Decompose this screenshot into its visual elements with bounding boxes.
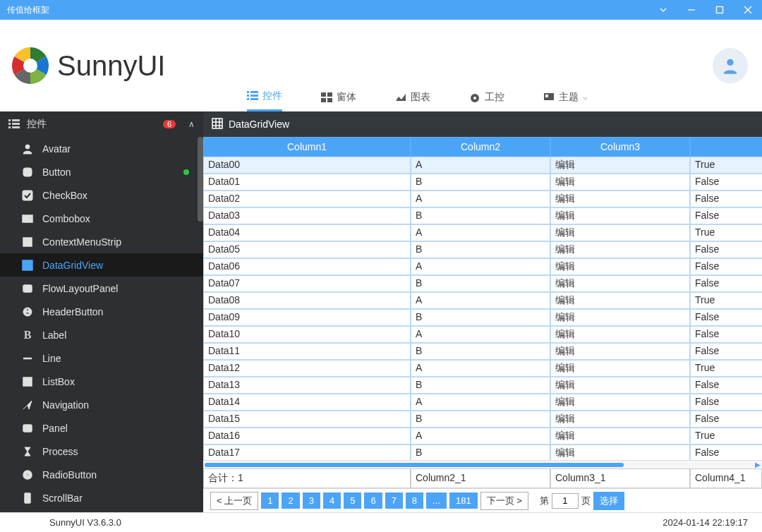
grid-cell[interactable]: True [690, 157, 762, 174]
grid-cell[interactable]: Data09 [203, 309, 411, 326]
grid-cell[interactable]: Data17 [203, 445, 411, 460]
grid-cell[interactable]: 编辑 [550, 207, 690, 224]
sidebar-item-scrollbar[interactable]: ScrollBar [0, 486, 203, 509]
grid-cell[interactable]: False [690, 326, 762, 343]
grid-cell[interactable]: 编辑 [550, 377, 690, 394]
next-page-button[interactable]: 下一页 > [480, 492, 528, 510]
page-button[interactable]: 3 [303, 492, 320, 509]
grid-cell[interactable]: A [411, 224, 550, 241]
grid-cell[interactable]: Data00 [203, 157, 411, 174]
page-button[interactable]: 5 [344, 492, 361, 509]
grid-cell[interactable]: Data15 [203, 411, 411, 428]
sidebar-item-radiobutton[interactable]: RadioButton [0, 463, 203, 486]
grid-cell[interactable]: False [690, 309, 762, 326]
grid-cell[interactable]: A [411, 191, 550, 207]
sidebar-item-label[interactable]: BLabel [0, 323, 203, 346]
grid-cell[interactable]: 编辑 [550, 191, 690, 207]
grid-cell[interactable]: 编辑 [550, 411, 690, 428]
grid-cell[interactable]: False [690, 343, 762, 360]
sidebar-item-line[interactable]: Line [0, 346, 203, 370]
grid-cell[interactable]: Data11 [203, 343, 411, 360]
grid-cell[interactable]: A [411, 157, 550, 174]
grid-cell[interactable]: A [411, 360, 550, 377]
grid-cell[interactable]: False [690, 275, 762, 292]
grid-cell[interactable]: Data01 [203, 174, 411, 191]
grid-cell[interactable]: Data05 [203, 241, 411, 258]
grid-cell[interactable]: Data08 [203, 292, 411, 309]
grid-cell[interactable]: Data02 [203, 191, 411, 207]
grid-cell[interactable]: A [411, 292, 550, 309]
sidebar-item-flowlayoutpanel[interactable]: FlowLayoutPanel [0, 277, 203, 300]
dropdown-button[interactable] [649, 0, 677, 20]
grid-cell[interactable]: B [411, 445, 550, 460]
sidebar-item-datagridview[interactable]: DataGridView [0, 253, 203, 277]
grid-cell[interactable]: 编辑 [550, 360, 690, 377]
sidebar-item-avatar[interactable]: Avatar [0, 137, 203, 160]
grid-cell[interactable]: True [690, 224, 762, 241]
sidebar-item-process[interactable]: Process [0, 440, 203, 463]
grid-cell[interactable]: 编辑 [550, 174, 690, 191]
grid-cell[interactable]: Data07 [203, 275, 411, 292]
grid-cell[interactable]: Data03 [203, 207, 411, 224]
grid-cell[interactable]: B [411, 174, 550, 191]
horizontal-scrollbar[interactable]: ▶ [203, 460, 762, 468]
tab-3[interactable]: 工控 [469, 84, 504, 111]
grid-cell[interactable]: A [411, 326, 550, 343]
grid-cell[interactable]: False [690, 394, 762, 411]
collapse-icon[interactable]: ∧ [188, 119, 195, 129]
grid-cell[interactable]: B [411, 207, 550, 224]
column-header[interactable]: Column1 [203, 137, 411, 157]
page-button[interactable]: 2 [282, 492, 299, 509]
grid-cell[interactable]: 编辑 [550, 326, 690, 343]
goto-select-button[interactable]: 选择 [593, 492, 624, 510]
scroll-right-icon[interactable]: ▶ [755, 461, 761, 468]
grid-cell[interactable]: 编辑 [550, 309, 690, 326]
grid-cell[interactable]: B [411, 241, 550, 258]
grid-cell[interactable]: False [690, 411, 762, 428]
sidebar-item-panel[interactable]: Panel [0, 416, 203, 440]
grid-cell[interactable]: B [411, 309, 550, 326]
page-button[interactable]: 181 [449, 492, 478, 509]
grid-cell[interactable]: 编辑 [550, 292, 690, 309]
grid-cell[interactable]: Data06 [203, 258, 411, 275]
grid-cell[interactable]: False [690, 241, 762, 258]
scroll-thumb[interactable] [205, 463, 624, 467]
grid-cell[interactable]: 编辑 [550, 445, 690, 460]
grid-cell[interactable]: 编辑 [550, 428, 690, 445]
grid-cell[interactable]: B [411, 411, 550, 428]
grid-cell[interactable]: Data12 [203, 360, 411, 377]
close-button[interactable] [734, 0, 762, 20]
sidebar-item-checkbox[interactable]: CheckBox [0, 183, 203, 207]
grid-cell[interactable]: False [690, 191, 762, 207]
column-header[interactable]: Colu [690, 137, 762, 157]
page-button[interactable]: 4 [323, 492, 341, 509]
minimize-button[interactable] [677, 0, 706, 20]
sidebar-item-contextmenustrip[interactable]: ContextMenuStrip [0, 230, 203, 253]
sidebar-item-combobox[interactable]: Combobox [0, 207, 203, 230]
grid-cell[interactable]: A [411, 258, 550, 275]
sidebar-header[interactable]: 控件 6 ∧ [0, 111, 203, 137]
grid-cell[interactable]: True [690, 428, 762, 445]
column-header[interactable]: Column3 [550, 137, 690, 157]
grid-cell[interactable]: True [690, 360, 762, 377]
grid-cell[interactable]: Data14 [203, 394, 411, 411]
tab-0[interactable]: 控件 [247, 84, 282, 111]
sidebar-item-button[interactable]: Button [0, 160, 203, 183]
grid-cell[interactable]: A [411, 428, 550, 445]
sidebar-scroll-thumb[interactable] [198, 137, 203, 222]
goto-page-input[interactable] [552, 493, 579, 509]
grid-cell[interactable]: Data16 [203, 428, 411, 445]
grid-cell[interactable]: False [690, 174, 762, 191]
grid-cell[interactable]: 编辑 [550, 275, 690, 292]
page-button[interactable]: 7 [385, 492, 403, 509]
page-button[interactable]: 8 [406, 492, 423, 509]
column-header[interactable]: Column2 [411, 137, 550, 157]
prev-page-button[interactable]: < 上一页 [210, 492, 258, 510]
tab-1[interactable]: 窗体 [321, 84, 356, 111]
grid-cell[interactable]: 编辑 [550, 258, 690, 275]
page-button[interactable]: 1 [261, 492, 279, 509]
sidebar-item-listbox[interactable]: ListBox [0, 370, 203, 393]
grid-cell[interactable]: 编辑 [550, 343, 690, 360]
grid-cell[interactable]: False [690, 445, 762, 460]
maximize-button[interactable] [706, 0, 734, 20]
